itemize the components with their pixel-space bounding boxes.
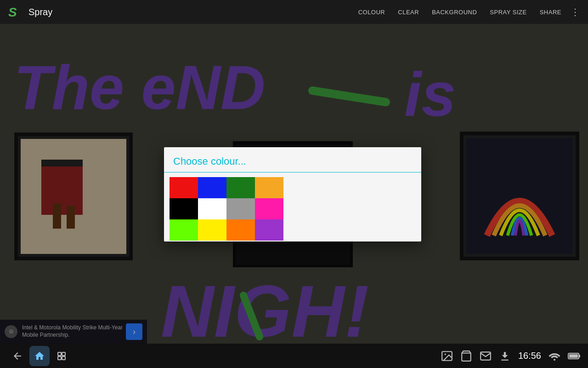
back-button[interactable]: [7, 346, 28, 366]
gmail-icon[interactable]: [480, 350, 492, 362]
color-swatch-7[interactable]: [255, 198, 283, 219]
color-grid-area: [164, 172, 421, 245]
system-bar-right: 16:56: [441, 350, 581, 362]
svg-text:S: S: [8, 5, 17, 19]
color-swatch-3[interactable]: [255, 177, 283, 198]
color-swatch-4[interactable]: [170, 198, 198, 219]
svg-point-25: [554, 359, 555, 361]
system-time: 16:56: [518, 351, 541, 361]
spray-size-button[interactable]: SPRAY SIZE: [490, 9, 526, 16]
home-icon: [34, 351, 45, 362]
svg-rect-17: [62, 352, 65, 356]
svg-rect-28: [579, 355, 580, 357]
color-swatch-5[interactable]: [198, 198, 226, 219]
canvas-area[interactable]: The eND is NIGH!: [0, 24, 588, 344]
back-icon: [12, 351, 23, 362]
app-logo: S: [7, 4, 24, 20]
wifi-icon: [548, 351, 560, 361]
home-button[interactable]: [29, 346, 50, 366]
share-button[interactable]: SHARE: [540, 9, 561, 16]
recent-apps-icon: [56, 351, 67, 362]
clear-button[interactable]: CLEAR: [398, 9, 419, 16]
colour-button[interactable]: COLOUR: [358, 9, 385, 16]
svg-point-21: [445, 353, 446, 355]
color-swatch-1[interactable]: [198, 177, 226, 198]
top-bar: S Spray COLOUR CLEAR BACKGROUND SPRAY SI…: [0, 0, 588, 24]
color-swatches: [170, 177, 283, 241]
system-bar: 16:56: [0, 344, 588, 368]
recent-apps-button[interactable]: [51, 346, 72, 366]
gallery-icon[interactable]: [441, 350, 453, 362]
color-swatch-10[interactable]: [226, 219, 255, 241]
app-title: Spray: [28, 7, 345, 17]
colour-picker-dialog: Choose colour...: [164, 147, 421, 242]
background-button[interactable]: BACKGROUND: [432, 9, 477, 16]
color-swatch-2[interactable]: [226, 177, 255, 198]
download-icon[interactable]: [499, 350, 511, 362]
color-swatch-0[interactable]: [170, 177, 198, 198]
color-swatch-6[interactable]: [226, 198, 255, 219]
dialog-title: Choose colour...: [164, 147, 421, 172]
color-swatch-11[interactable]: [255, 219, 283, 241]
svg-rect-27: [569, 354, 578, 358]
svg-rect-18: [58, 356, 61, 360]
battery-icon: [568, 352, 581, 360]
shop-icon[interactable]: [460, 350, 472, 362]
color-swatch-9[interactable]: [198, 219, 226, 241]
color-swatch-8[interactable]: [170, 219, 198, 241]
svg-rect-19: [62, 356, 65, 360]
svg-rect-16: [58, 352, 61, 356]
more-options-icon[interactable]: ⋮: [571, 6, 581, 17]
